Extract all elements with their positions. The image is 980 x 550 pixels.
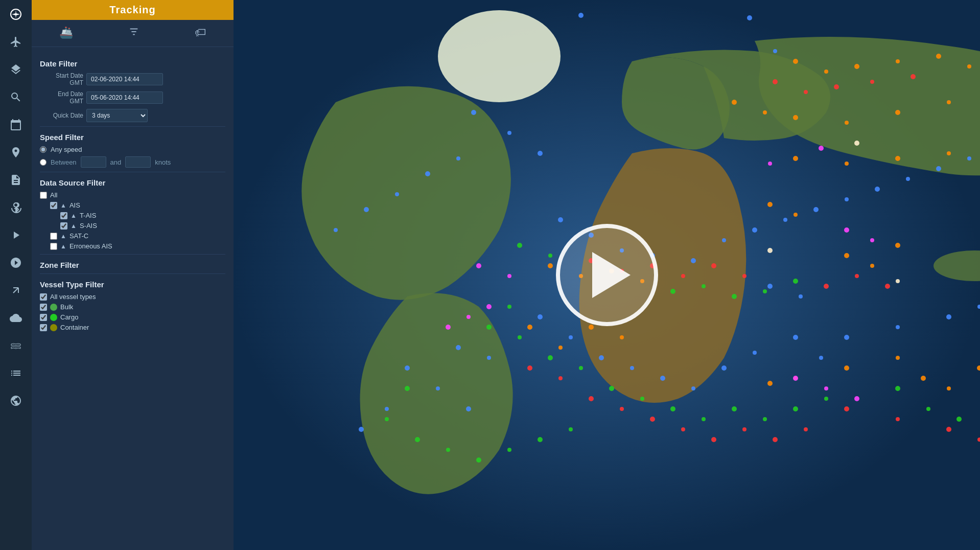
svg-point-165 xyxy=(476,263,481,268)
svg-point-172 xyxy=(466,315,471,319)
document-icon[interactable] xyxy=(7,171,25,189)
svg-point-179 xyxy=(896,279,900,283)
target-icon[interactable] xyxy=(7,392,25,410)
cloud-icon[interactable] xyxy=(7,309,25,327)
svg-marker-2 xyxy=(12,13,20,15)
cargo-checkbox[interactable] xyxy=(40,314,47,321)
svg-point-104 xyxy=(732,294,737,299)
play-icon xyxy=(592,252,631,298)
svg-point-50 xyxy=(466,406,471,411)
svg-point-16 xyxy=(538,151,543,156)
ship-tab[interactable]: 🚢 xyxy=(49,24,83,42)
svg-point-152 xyxy=(650,417,655,422)
quick-date-select[interactable]: 1 day 3 days 7 days 30 days xyxy=(86,109,148,122)
svg-point-121 xyxy=(385,417,389,421)
t-ais-row: ▲ T-AIS xyxy=(40,212,225,219)
svg-point-135 xyxy=(804,90,808,94)
svg-point-127 xyxy=(569,427,573,431)
between-speed-row: Between and knots xyxy=(40,156,225,168)
end-date-input[interactable] xyxy=(86,91,163,104)
panel-title: Tracking xyxy=(109,4,155,15)
svg-point-148 xyxy=(527,365,532,371)
svg-point-159 xyxy=(896,417,900,421)
s-ais-checkbox[interactable] xyxy=(60,222,67,230)
svg-point-78 xyxy=(794,213,798,217)
t-ais-label: T-AIS xyxy=(80,212,97,219)
svg-point-54 xyxy=(819,356,823,360)
container-row: Container xyxy=(40,324,225,331)
any-speed-row: Any speed xyxy=(40,146,225,153)
svg-point-92 xyxy=(844,365,849,371)
play-nav-icon[interactable] xyxy=(7,226,25,244)
calendar-icon[interactable] xyxy=(7,116,25,134)
svg-point-129 xyxy=(926,407,930,411)
sat-c-checkbox[interactable] xyxy=(50,233,57,240)
svg-point-173 xyxy=(446,325,451,330)
start-date-label: Start DateGMT xyxy=(40,72,83,86)
speed-from-input[interactable] xyxy=(81,156,106,168)
cargo-label: Cargo xyxy=(60,313,78,321)
zone-filter-title: Zone Filter xyxy=(40,261,225,269)
layers-icon[interactable] xyxy=(7,60,25,79)
svg-point-33 xyxy=(906,177,910,181)
svg-point-36 xyxy=(767,284,773,289)
svg-point-67 xyxy=(732,100,737,105)
all-source-checkbox[interactable] xyxy=(40,192,47,199)
svg-point-44 xyxy=(721,365,727,371)
svg-point-167 xyxy=(819,146,824,151)
anchor-icon[interactable] xyxy=(7,198,25,217)
filter-tab[interactable] xyxy=(118,24,150,42)
container-checkbox[interactable] xyxy=(40,324,47,331)
search-icon[interactable] xyxy=(7,88,25,106)
svg-point-125 xyxy=(507,448,511,452)
svg-point-111 xyxy=(579,366,583,370)
svg-point-12 xyxy=(747,15,752,20)
between-label: Between xyxy=(51,158,77,166)
circle-play-icon[interactable] xyxy=(7,254,25,272)
arrow-icon[interactable] xyxy=(7,281,25,300)
svg-point-48 xyxy=(405,365,410,371)
erroneous-ais-checkbox[interactable] xyxy=(50,243,57,250)
svg-point-87 xyxy=(558,346,563,350)
svg-point-88 xyxy=(589,325,594,330)
list-icon[interactable] xyxy=(7,364,25,382)
svg-point-35 xyxy=(967,156,971,161)
svg-point-124 xyxy=(476,457,481,463)
svg-point-119 xyxy=(824,397,828,401)
svg-point-39 xyxy=(569,335,573,339)
svg-point-166 xyxy=(507,274,511,278)
compass-icon[interactable] xyxy=(7,5,25,24)
svg-point-55 xyxy=(844,335,849,340)
plane-icon[interactable] xyxy=(7,33,25,51)
svg-point-113 xyxy=(640,397,644,401)
all-vessel-types-checkbox[interactable] xyxy=(40,293,47,301)
ais-checkbox[interactable] xyxy=(50,202,57,209)
knots-label: knots xyxy=(155,158,171,166)
play-button[interactable] xyxy=(556,224,658,326)
svg-point-151 xyxy=(620,407,624,411)
svg-point-40 xyxy=(599,355,604,360)
wave-icon[interactable] xyxy=(7,336,25,355)
cargo-row: Cargo xyxy=(40,313,225,321)
svg-point-18 xyxy=(425,171,430,176)
svg-point-43 xyxy=(691,386,695,391)
svg-point-7 xyxy=(438,10,561,102)
svg-point-79 xyxy=(548,263,553,268)
tag-tab[interactable]: 🏷 xyxy=(184,24,216,42)
location-icon[interactable] xyxy=(7,143,25,162)
svg-point-34 xyxy=(936,166,941,171)
speed-to-input[interactable] xyxy=(125,156,151,168)
start-date-input[interactable] xyxy=(86,73,163,85)
svg-point-77 xyxy=(767,202,773,207)
svg-point-155 xyxy=(742,427,746,431)
panel-header: Tracking xyxy=(32,0,234,20)
svg-point-70 xyxy=(845,121,849,125)
any-speed-radio[interactable] xyxy=(40,146,46,153)
bulk-checkbox[interactable] xyxy=(40,304,47,311)
svg-point-76 xyxy=(947,151,951,155)
svg-point-74 xyxy=(845,162,849,166)
t-ais-checkbox[interactable] xyxy=(60,212,67,219)
between-speed-radio[interactable] xyxy=(40,159,46,166)
svg-point-85 xyxy=(895,243,900,248)
bulk-row: Bulk xyxy=(40,303,225,311)
